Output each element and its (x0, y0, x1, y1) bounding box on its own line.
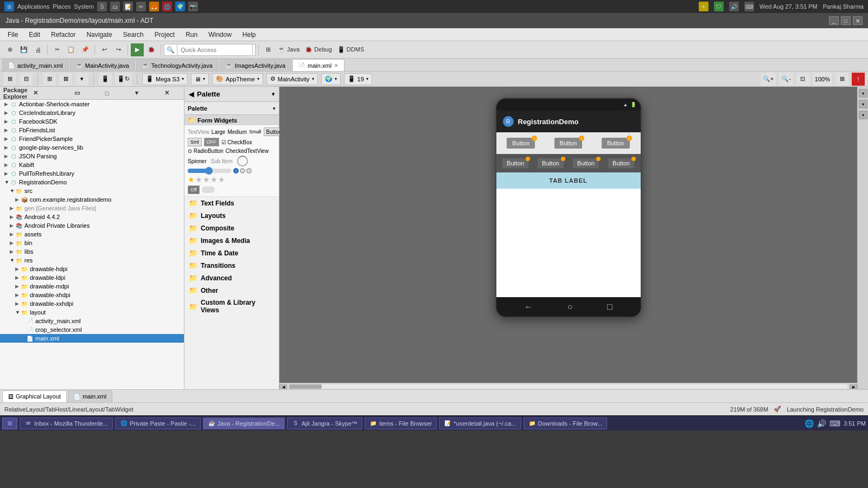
phone-button2[interactable]: Button ! (554, 138, 583, 149)
copy-button[interactable]: 📋 (65, 43, 78, 56)
tree-item-googleplay[interactable]: ▶ ⬡ google-play-services_lib (0, 143, 184, 152)
new-button[interactable]: ⊕ (3, 43, 16, 56)
close-button[interactable]: ✕ (853, 16, 863, 25)
screen-dropdown[interactable]: 🖥 ▾ (191, 73, 209, 85)
menu-search[interactable]: Search (119, 30, 148, 40)
device-dropdown[interactable]: 📱 Mega S3 ▾ (142, 73, 188, 85)
menu-help[interactable]: Help (238, 30, 260, 40)
tray-volume-icon[interactable]: 🔊 (817, 419, 826, 428)
checkedtextview-preview[interactable]: CheckedTextView (226, 148, 269, 154)
activity-dropdown[interactable]: ⚙ MainActivity ▾ (266, 73, 318, 85)
grid-button[interactable]: ⊞ (43, 73, 56, 86)
tree-item-main-xml[interactable]: 📄 main.xml (0, 334, 184, 343)
tree-item-drawable-xhdpi[interactable]: ▶ 📁 drawable-xhdpi (0, 291, 184, 299)
palette-section-formwidgets[interactable]: 📁 Form Widgets (184, 115, 279, 125)
zoom-fit-button[interactable]: ⊞ (835, 73, 848, 86)
landscape-button[interactable]: 📱↻ (115, 73, 132, 86)
debug-button[interactable]: 🐞 (145, 43, 158, 56)
tree-item-androidprivate[interactable]: ▶ 📚 Android Private Libraries (0, 221, 184, 230)
palette-section-timedate[interactable]: 📁 Time & Date (184, 247, 279, 259)
tree-item-json[interactable]: ▶ ⬡ JSON Parsing (0, 152, 184, 160)
menu-window[interactable]: Window (204, 30, 236, 40)
taskbar-filebrowser[interactable]: 📁 items - File Browser (365, 418, 437, 429)
zoom100-button[interactable]: 100% (813, 73, 832, 86)
tab-graphical-layout[interactable]: 🖼 Graphical Layout (2, 390, 67, 402)
menu-refactor[interactable]: Refactor (47, 30, 80, 40)
minimize-button[interactable]: _ (829, 16, 839, 25)
small-toggle[interactable]: Sml (188, 138, 202, 146)
right-panel-btn2[interactable]: ▾ (859, 100, 867, 108)
back-nav-icon[interactable]: ← (524, 302, 533, 312)
redo-button[interactable]: ↪ (112, 43, 125, 56)
close-panel-icon[interactable]: ✕ (153, 89, 181, 98)
tree-item-drawable-xxhdpi[interactable]: ▶ 📁 drawable-xxhdpi (0, 299, 184, 308)
tree-item-bin[interactable]: ▶ 📁 bin (0, 239, 184, 247)
taskbar-thunderbird[interactable]: ✉ Inbox - Mozilla Thunderde... (20, 418, 113, 429)
tree-item-drawable-hdpi[interactable]: ▶ 📁 drawable-hdpi (0, 265, 184, 273)
theme-dropdown[interactable]: 🎨 AppTheme ▾ (212, 73, 263, 85)
tree-item-activity-main-xml[interactable]: 📄 activity_main.xml (0, 317, 184, 325)
tree-item-fbfriends[interactable]: ▶ ⬡ FbFriendsList (0, 126, 184, 134)
taskbar-userdetail[interactable]: 📝 *userdetail.java (~/.ca... (439, 418, 521, 429)
open-perspective-button[interactable]: ⊞ (261, 43, 275, 56)
menu-edit[interactable]: Edit (24, 30, 44, 40)
tab-close-icon[interactable]: ✕ (334, 63, 339, 68)
layout-mode-button[interactable]: ⊞ (3, 73, 16, 86)
tab-mainactivity[interactable]: ☕ MainActivity.java (70, 59, 135, 71)
phone-dark-button1[interactable]: Button (502, 158, 528, 168)
minimize-panel-icon[interactable]: ▭ (63, 89, 91, 98)
tree-item-circle[interactable]: ▶ ⬡ CircleIndicatorLibrary (0, 108, 184, 117)
tree-item-android442[interactable]: ▶ 📚 Android 4.4.2 (0, 213, 184, 221)
grid2-button[interactable]: ⊠ (59, 73, 72, 86)
zoom-out-button[interactable]: 🔍- (779, 73, 793, 86)
layout-mode2-button[interactable]: ⊟ (20, 73, 33, 86)
paste-button[interactable]: 📌 (79, 43, 92, 56)
system-menu[interactable]: System (74, 3, 94, 10)
print-button[interactable]: 🖨 (31, 43, 44, 56)
drop-arrow-btn[interactable]: ▾ (75, 73, 88, 86)
cut-button[interactable]: ✂ (50, 43, 63, 56)
tree-item-assets[interactable]: ▶ 📁 assets (0, 230, 184, 239)
palette-sub-dropdown[interactable]: ▾ (273, 106, 276, 111)
palette-section-layouts[interactable]: 📁 Layouts (184, 209, 279, 222)
palette-section-custom[interactable]: 📁 Custom & Library Views (184, 297, 279, 316)
palette-section-textfields[interactable]: 📁 Text Fields (184, 197, 279, 209)
taskbar-paste[interactable]: 🌐 Private Paste - Pastie -... (115, 418, 201, 429)
scroll-left-btn[interactable]: ◀ (279, 384, 287, 389)
taskbar-java[interactable]: ☕ Java - RegistrationDe... (203, 418, 285, 429)
taskbar-skype[interactable]: S Ajit Jangra - Skype™ (287, 418, 362, 429)
debug-perspective-button[interactable]: 🐞 Debug (303, 43, 334, 56)
right-panel-btn1[interactable]: ▾ (859, 89, 867, 98)
maximize-button[interactable]: □ (841, 16, 851, 25)
locale-dropdown[interactable]: 🌍 ▾ (321, 73, 341, 85)
save-button[interactable]: 💾 (17, 43, 30, 56)
java-perspective-button[interactable]: ☕ Java (276, 43, 302, 56)
palette-menu-icon[interactable]: ▾ (272, 91, 275, 97)
tab-main-xml[interactable]: 📄 main.xml ✕ (292, 59, 344, 71)
tree-item-pulltorefresh[interactable]: ▶ ⬡ PullToRefreshLibrary (0, 169, 184, 178)
places-menu[interactable]: Places (53, 3, 71, 10)
zoom-in-button[interactable]: 🔍+ (761, 73, 776, 86)
start-button[interactable]: ⊞ (2, 418, 17, 429)
tree-item-kabift[interactable]: ▶ ⬡ Kabift (0, 160, 184, 169)
hscroll-thumb[interactable] (289, 384, 322, 389)
menu-navigate[interactable]: Navigate (82, 30, 116, 40)
run-button[interactable]: ▶ (131, 43, 144, 56)
scroll-right-btn[interactable]: ▶ (850, 384, 857, 389)
panel-menu-icon[interactable]: ▾ (123, 89, 151, 98)
phone-button1[interactable]: Button ! (507, 138, 535, 149)
tree-item-libs[interactable]: ▶ 📁 libs (0, 247, 184, 256)
palette-section-advanced[interactable]: 📁 Advanced (184, 272, 279, 284)
error-button[interactable]: ! (852, 73, 865, 86)
palette-section-composite[interactable]: 📁 Composite (184, 222, 279, 234)
tab-imagesactivity[interactable]: ☕ ImagesActivity.java (220, 59, 291, 71)
tree-item-res[interactable]: ▼ 📁 res (0, 256, 184, 265)
tree-item-drawable-mdpi[interactable]: ▶ 📁 drawable-mdpi (0, 282, 184, 291)
portrait-button[interactable]: 📱 (99, 73, 112, 86)
tree-item-gen[interactable]: ▶ 📁 gen [Generated Java Files] (0, 204, 184, 213)
tree-item-drawable-ldpi[interactable]: ▶ 📁 drawable-ldpi (0, 273, 184, 282)
palette-section-transitions[interactable]: 📁 Transitions (184, 259, 279, 272)
phone-button3[interactable]: Button ! (602, 138, 630, 149)
right-panel-btn3[interactable]: ▾ (859, 111, 867, 119)
phone-dark-button2[interactable]: Button (538, 158, 564, 168)
